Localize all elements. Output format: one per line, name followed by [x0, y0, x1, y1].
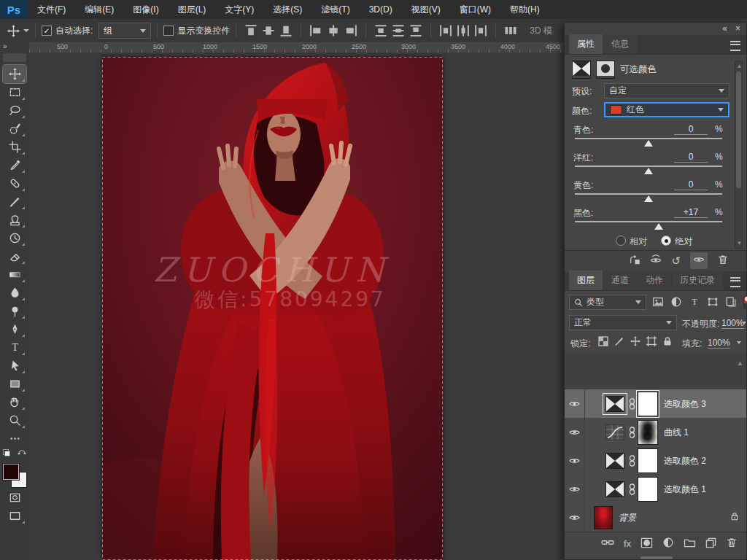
layers-horizontal-scrollbar[interactable]: [640, 556, 673, 559]
layer-mask-thumbnail[interactable]: [638, 420, 658, 445]
align-bottom-edges-button[interactable]: [279, 23, 293, 38]
align-left-edges-button[interactable]: [309, 23, 323, 38]
cyan-slider-thumb[interactable]: [644, 140, 653, 147]
layer-name[interactable]: 选取颜色 1: [664, 483, 706, 496]
layer-row-selective-color-1[interactable]: 选取颜色 1: [565, 475, 746, 504]
pen-tool[interactable]: [3, 320, 26, 338]
zoom-tool[interactable]: [3, 411, 26, 429]
distribute-horizontal-centers-button[interactable]: [456, 23, 471, 38]
align-vertical-centers-button[interactable]: [261, 23, 276, 38]
fill-caret-icon[interactable]: [737, 341, 741, 344]
quick-selection-tool[interactable]: [3, 120, 26, 138]
path-selection-tool[interactable]: [3, 357, 26, 375]
cyan-value[interactable]: 0: [674, 124, 708, 135]
align-horizontal-centers-button[interactable]: [326, 23, 341, 38]
toggle-visibility-icon[interactable]: [690, 252, 708, 269]
distribute-top-edges-button[interactable]: [374, 23, 388, 38]
brush-tool[interactable]: [3, 192, 26, 211]
menu-edit[interactable]: 编辑(E): [75, 0, 123, 19]
new-layer-icon[interactable]: [705, 537, 716, 551]
add-mask-icon[interactable]: [640, 537, 653, 551]
filter-type-layers-icon[interactable]: T: [689, 296, 700, 310]
show-transform-checkbox[interactable]: [163, 26, 174, 36]
tools-panel-grip[interactable]: [3, 53, 26, 62]
menu-layer[interactable]: 图层(L): [169, 0, 216, 19]
cyan-slider-track[interactable]: [575, 138, 722, 139]
layer-visibility-toggle[interactable]: [565, 446, 585, 475]
tab-layers[interactable]: 图层: [569, 271, 603, 290]
mask-link-icon[interactable]: [629, 455, 635, 467]
clip-to-layer-icon[interactable]: [629, 254, 640, 268]
swap-colors-icon[interactable]: [18, 449, 26, 458]
lock-position-icon[interactable]: [630, 336, 640, 349]
layer-visibility-toggle[interactable]: [565, 475, 585, 503]
layer-row-selective-color-3[interactable]: 选取颜色 3: [565, 389, 746, 419]
menu-3d[interactable]: 3D(D): [360, 0, 402, 19]
spot-healing-brush-tool[interactable]: [3, 174, 26, 192]
yellow-slider-track[interactable]: [575, 193, 722, 195]
opacity-value[interactable]: 100%: [721, 318, 744, 329]
auto-select-dropdown[interactable]: 组: [98, 23, 151, 39]
eraser-tool[interactable]: [3, 247, 26, 265]
layers-panel-menu-icon[interactable]: [730, 277, 740, 287]
layer-visibility-toggle[interactable]: [565, 389, 585, 418]
tab-info[interactable]: 信息: [603, 34, 637, 54]
preset-dropdown[interactable]: 自定: [604, 83, 729, 98]
scroll-up-icon[interactable]: ▲: [736, 63, 743, 69]
move-tool[interactable]: [3, 65, 26, 83]
horizontal-ruler[interactable]: 500 0 500 1000 1500 2000 2500 3000 3500 …: [29, 42, 564, 53]
filter-pixel-layers-icon[interactable]: [652, 296, 664, 310]
magenta-value[interactable]: 0: [674, 152, 708, 163]
crop-tool[interactable]: [3, 138, 26, 156]
clone-stamp-tool[interactable]: [3, 211, 26, 229]
history-brush-tool[interactable]: [3, 229, 26, 247]
selective-color-layer-icon[interactable]: [605, 453, 624, 469]
marquee-tool[interactable]: [3, 83, 26, 101]
menu-view[interactable]: 视图(V): [402, 0, 450, 19]
magenta-slider-thumb[interactable]: [644, 168, 653, 174]
properties-panel-menu-icon[interactable]: [730, 41, 740, 51]
layer-name[interactable]: 选取颜色 3: [664, 398, 706, 411]
layer-row-selective-color-2[interactable]: 选取颜色 2: [565, 446, 746, 475]
yellow-slider-thumb[interactable]: [644, 195, 653, 202]
new-group-icon[interactable]: [684, 538, 696, 550]
hand-tool[interactable]: [3, 393, 26, 411]
new-adjustment-layer-icon[interactable]: [662, 537, 674, 551]
selective-color-layer-icon[interactable]: [605, 481, 624, 497]
align-right-edges-button[interactable]: [344, 23, 358, 38]
mask-link-icon[interactable]: [629, 427, 635, 438]
view-previous-state-icon[interactable]: [650, 254, 662, 268]
menu-type[interactable]: 文字(Y): [215, 0, 263, 19]
tab-actions[interactable]: 动作: [638, 271, 671, 290]
tab-history[interactable]: 历史记录: [672, 271, 723, 290]
eyedropper-tool[interactable]: [3, 156, 26, 174]
blend-mode-dropdown[interactable]: 正常: [569, 315, 677, 330]
delete-adjustment-icon[interactable]: [717, 254, 729, 268]
color-dropdown[interactable]: 红色: [604, 102, 729, 117]
lasso-tool[interactable]: [3, 101, 26, 120]
yellow-value[interactable]: 0: [674, 179, 708, 190]
fill-value[interactable]: 100%: [708, 338, 730, 349]
layer-visibility-toggle[interactable]: [565, 503, 585, 532]
lock-all-icon[interactable]: [662, 336, 673, 349]
align-top-edges-button[interactable]: [244, 23, 258, 38]
distribute-right-edges-button[interactable]: [473, 23, 488, 38]
menu-image[interactable]: 图像(I): [123, 0, 168, 19]
lock-pixels-icon[interactable]: [614, 336, 624, 349]
mask-link-icon[interactable]: [629, 398, 635, 410]
black-slider-thumb[interactable]: [654, 223, 663, 230]
tab-properties[interactable]: 属性: [569, 34, 603, 54]
layer-mask-thumbnail[interactable]: [638, 477, 658, 502]
menu-select[interactable]: 选择(S): [263, 0, 311, 19]
type-tool[interactable]: T: [3, 338, 26, 357]
distribute-spacing-button[interactable]: [503, 23, 518, 38]
move-tool-preset[interactable]: [7, 25, 29, 37]
relative-radio[interactable]: 相对: [616, 236, 647, 246]
default-colors-icon[interactable]: [3, 449, 10, 456]
layer-mask-thumbnail[interactable]: [638, 448, 658, 473]
dodge-tool[interactable]: [3, 302, 26, 320]
layer-mask-thumbnail[interactable]: [638, 392, 658, 416]
black-value[interactable]: +17: [674, 207, 708, 218]
menu-file[interactable]: 文件(F): [28, 0, 75, 19]
distribute-left-edges-button[interactable]: [438, 23, 453, 38]
